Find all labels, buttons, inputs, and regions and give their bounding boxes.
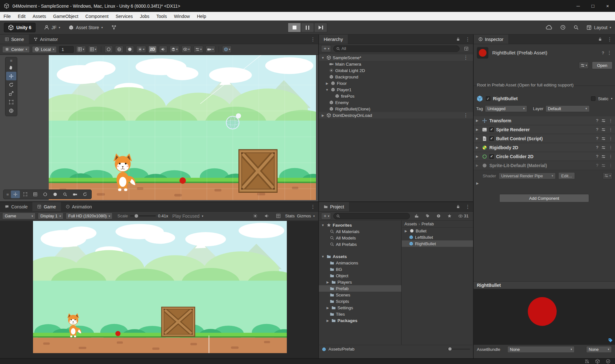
asset-labels-icon[interactable] — [608, 338, 613, 343]
gizmos-dropdown[interactable]: Gizmos▾ — [297, 214, 315, 218]
hierarchy-item[interactable]: Global Light 2D — [319, 67, 473, 74]
hierarchy-add-button[interactable]: ＋▾ — [321, 45, 331, 52]
component-transform[interactable]: ▶ Transform ?⋮ — [474, 116, 615, 125]
material-foldout-arrow[interactable]: ▶ — [474, 182, 615, 187]
component-menu[interactable]: ⋮ — [609, 154, 613, 159]
hierarchy-item[interactable]: ▶ Floor — [319, 80, 473, 86]
material-properties-button[interactable]: ▾ — [603, 172, 612, 179]
camera-settings-button[interactable]: ▾ — [205, 46, 215, 53]
hierarchy-filter-icon[interactable] — [462, 46, 471, 51]
scene-viewport[interactable]: ≡ ≡ — [0, 55, 318, 201]
hierarchy-item[interactable]: RightBullet(Clone) — [319, 106, 473, 112]
tile-picker-button[interactable] — [61, 190, 70, 198]
menu-services[interactable]: Services — [112, 12, 137, 20]
breadcrumb-root[interactable]: Assets — [404, 222, 417, 226]
lighting-toggle-button[interactable] — [126, 46, 134, 53]
scene-row-menu[interactable]: ⋮ — [461, 112, 471, 118]
edit-shader-button[interactable]: Edit... — [558, 172, 575, 179]
hierarchy-panel-menu[interactable]: ⋮ — [462, 35, 473, 44]
favorite-item[interactable]: All Prefabs — [319, 241, 401, 247]
background-tasks-icon[interactable] — [606, 359, 611, 364]
view-tool-button[interactable] — [6, 63, 16, 72]
tab-console[interactable]: Console — [0, 202, 32, 211]
tile-grid-button[interactable] — [31, 190, 40, 198]
packages-root[interactable]: ▶ Packages — [319, 317, 401, 324]
tile-move-button[interactable] — [11, 190, 20, 198]
tile-brush-button[interactable] — [41, 190, 50, 198]
render-target-dropdown[interactable]: Game▾ — [2, 213, 36, 219]
folder-item[interactable]: ▶ Settings — [319, 304, 401, 311]
menu-tools[interactable]: Tools — [153, 12, 170, 20]
tab-inspector[interactable]: Inspector — [474, 35, 508, 44]
help-icon[interactable]: ? — [596, 163, 598, 168]
hierarchy-item-scene[interactable]: ▼ SampleScene* ⋮ — [319, 54, 473, 61]
label-icon[interactable] — [423, 214, 432, 218]
hierarchy-item[interactable]: firePos — [319, 93, 473, 99]
hierarchy-item[interactable]: ▼ Player1 — [319, 86, 473, 93]
favorite-item[interactable]: All Models — [319, 235, 401, 241]
file-item-rightbullet[interactable]: RightBullet — [402, 240, 473, 247]
display-dropdown[interactable]: Display 1▾ — [38, 213, 63, 219]
folder-item[interactable]: Scripts — [319, 298, 401, 304]
inspector-lock-icon[interactable] — [596, 35, 604, 44]
assets-root[interactable]: ▼ Assets — [319, 253, 401, 260]
presets-icon[interactable] — [601, 154, 606, 159]
folder-item[interactable]: BG — [319, 266, 401, 272]
static-checkbox[interactable] — [591, 96, 595, 101]
grid-size-field[interactable]: 1 — [59, 46, 74, 53]
increment-snap-button[interactable]: ▾ — [88, 46, 98, 53]
asset-store-dropdown[interactable]: Asset Store▾ — [69, 25, 103, 30]
tab-animator[interactable]: Animator — [29, 35, 63, 44]
hierarchy-item-dontdestroy[interactable]: ▶ DontDestroyOnLoad ⋮ — [319, 112, 473, 118]
transform-tool-button[interactable] — [6, 106, 16, 115]
component-enabled-checkbox[interactable]: ✓ — [489, 154, 494, 159]
asset-header-menu[interactable]: ⋮ — [607, 50, 612, 56]
menu-jobs[interactable]: Jobs — [136, 12, 153, 20]
close-button[interactable]: × — [600, 0, 615, 12]
gameobject-name[interactable]: RightBullet — [493, 96, 518, 101]
orientation-dropdown[interactable]: Local▾ — [32, 46, 57, 53]
file-item-bullet[interactable]: ▶ Bullet — [402, 228, 473, 234]
package-status-icon[interactable] — [595, 359, 600, 364]
hierarchy-item[interactable]: Enemy — [319, 99, 473, 106]
shading-wireframe-button[interactable] — [104, 46, 113, 53]
vsync-icon[interactable] — [251, 214, 260, 218]
preview-header[interactable]: RightBullet — [474, 281, 615, 289]
folder-item[interactable]: Tiles — [319, 311, 401, 317]
component-menu[interactable]: ⋮ — [609, 118, 613, 123]
assetbundle-dropdown[interactable]: None▾ — [507, 346, 575, 353]
component-rigidbody-2d[interactable]: ▶ Rigidbody 2D ?⋮ — [474, 143, 615, 152]
menu-help[interactable]: Help — [193, 12, 210, 20]
thumbnail-size-slider[interactable] — [447, 349, 470, 350]
rotate-tool-button[interactable] — [6, 80, 16, 89]
notifications-muted-icon[interactable] — [585, 359, 589, 364]
layout-dropdown[interactable]: Layout▾ — [586, 25, 611, 30]
presets-icon[interactable] — [601, 127, 606, 132]
menu-component[interactable]: Component — [82, 12, 112, 20]
game-viewport[interactable] — [0, 221, 318, 358]
stats-button[interactable]: Stats — [285, 214, 295, 218]
step-button[interactable] — [314, 23, 327, 32]
minimize-button[interactable]: ─ — [571, 0, 586, 12]
folder-item[interactable]: Animacions — [319, 260, 401, 266]
play-focused-dropdown[interactable]: Play Focused▾ — [172, 214, 203, 219]
visibility-dropdown-button[interactable]: ▾ — [181, 46, 191, 53]
tab-project[interactable]: Project — [319, 202, 349, 211]
hidden-count[interactable]: 31 — [456, 214, 471, 218]
search-icon[interactable] — [573, 25, 579, 30]
scene-panel-menu[interactable]: ⋮ — [308, 35, 318, 44]
breadcrumb-current[interactable]: Prefab — [421, 222, 434, 226]
audio-toggle-button[interactable] — [159, 46, 167, 53]
effects-dropdown-button[interactable]: ▾ — [170, 46, 179, 53]
cloud-icon[interactable] — [546, 25, 553, 30]
help-icon[interactable]: ? — [596, 154, 598, 159]
project-lock-icon[interactable] — [454, 202, 462, 211]
inspector-panel-menu[interactable]: ⋮ — [604, 35, 615, 44]
layer-dropdown[interactable]: Default▾ — [545, 105, 590, 112]
static-caret[interactable]: ▾ — [611, 97, 612, 100]
hierarchy-item[interactable]: Main Camera — [319, 61, 473, 67]
folder-item-prefab[interactable]: Prefab — [319, 285, 401, 292]
history-icon[interactable] — [560, 25, 566, 30]
pause-button[interactable] — [301, 23, 314, 32]
open-prefab-button[interactable]: Open — [592, 61, 612, 69]
